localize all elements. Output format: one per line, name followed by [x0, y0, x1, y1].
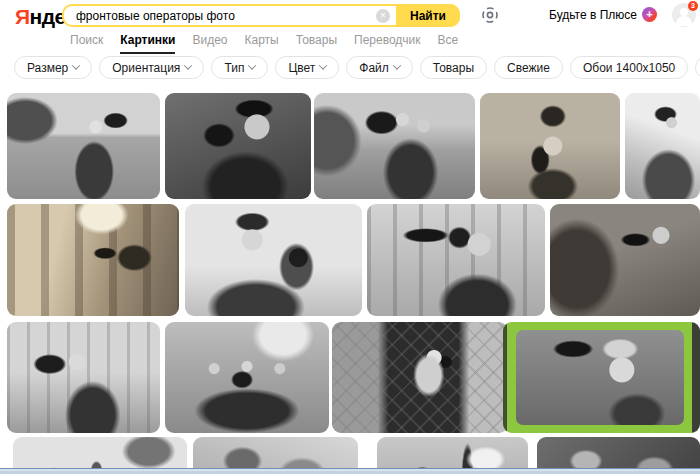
tab-all[interactable]: Все — [438, 33, 459, 54]
filter-wallpaper-label: Обои 1400x1050 — [583, 61, 675, 75]
plus-subscription-button[interactable]: Будьте в Плюсе + — [549, 7, 657, 22]
image-result[interactable] — [7, 204, 179, 316]
tab-search[interactable]: Поиск — [70, 33, 103, 54]
service-tabs: Поиск Картинки Видео Карты Товары Перево… — [70, 33, 458, 54]
plus-icon: + — [642, 7, 657, 22]
image-result[interactable] — [7, 322, 160, 433]
filter-orientation-label: Ориентация — [112, 61, 180, 75]
filter-type[interactable]: Тип — [211, 56, 268, 79]
image-result[interactable] — [165, 322, 329, 433]
chevron-down-icon — [184, 61, 192, 69]
framed-photo — [516, 330, 684, 425]
tab-maps[interactable]: Карты — [245, 33, 279, 54]
avatar-head-shape — [680, 8, 688, 16]
tab-images[interactable]: Картинки — [120, 33, 175, 54]
plus-label: Будьте в Плюсе — [549, 8, 637, 22]
filter-color[interactable]: Цвет — [275, 56, 339, 79]
image-result[interactable] — [185, 204, 362, 316]
search-button[interactable]: Найти — [396, 4, 460, 27]
window-edge-bar — [0, 468, 700, 474]
tab-translate[interactable]: Переводчик — [354, 33, 421, 54]
filter-goods[interactable]: Товары — [420, 56, 487, 79]
logo-letter-ya: Я — [15, 5, 30, 28]
chevron-down-icon — [319, 61, 327, 69]
filter-color-label: Цвет — [288, 61, 315, 75]
filter-size-label: Размер — [27, 61, 68, 75]
image-result[interactable] — [367, 204, 545, 316]
yandex-images-page: Яндекс × Найти Будьте в Плюсе + 3 Поиск … — [0, 0, 700, 474]
image-result-green-framed[interactable] — [503, 322, 700, 433]
chevron-down-icon — [393, 61, 401, 69]
image-result[interactable] — [480, 93, 620, 199]
chevron-down-icon — [72, 61, 80, 69]
image-result[interactable] — [332, 322, 508, 433]
filter-type-label: Тип — [224, 61, 244, 75]
filter-bar: Размер Ориентация Тип Цвет Файл Товары С… — [14, 56, 700, 79]
search-input[interactable] — [64, 6, 376, 25]
image-result[interactable] — [550, 204, 700, 316]
filter-file[interactable]: Файл — [346, 56, 413, 79]
image-result[interactable] — [165, 93, 311, 199]
filter-site[interactable]: На сайте — [695, 56, 700, 79]
image-result[interactable] — [7, 93, 160, 199]
filter-goods-label: Товары — [433, 61, 474, 75]
filter-fresh-label: Свежие — [507, 61, 550, 75]
notification-badge: 3 — [688, 1, 698, 11]
tab-goods[interactable]: Товары — [296, 33, 337, 54]
avatar[interactable]: 3 — [672, 3, 696, 27]
clear-search-icon[interactable]: × — [376, 9, 390, 23]
filter-orientation[interactable]: Ориентация — [99, 56, 204, 79]
filter-fresh[interactable]: Свежие — [494, 56, 563, 79]
header: Яндекс × Найти Будьте в Плюсе + 3 — [0, 0, 700, 30]
filter-size[interactable]: Размер — [14, 56, 92, 79]
avatar-shoulders-shape — [676, 16, 692, 26]
filter-wallpaper[interactable]: Обои 1400x1050 — [570, 56, 688, 79]
tab-video[interactable]: Видео — [192, 33, 227, 54]
chevron-down-icon — [248, 61, 256, 69]
image-search-icon[interactable] — [481, 6, 499, 24]
filter-file-label: Файл — [359, 61, 389, 75]
image-result[interactable] — [314, 93, 475, 199]
image-result[interactable] — [625, 93, 700, 199]
search-bar: × Найти — [62, 4, 460, 27]
